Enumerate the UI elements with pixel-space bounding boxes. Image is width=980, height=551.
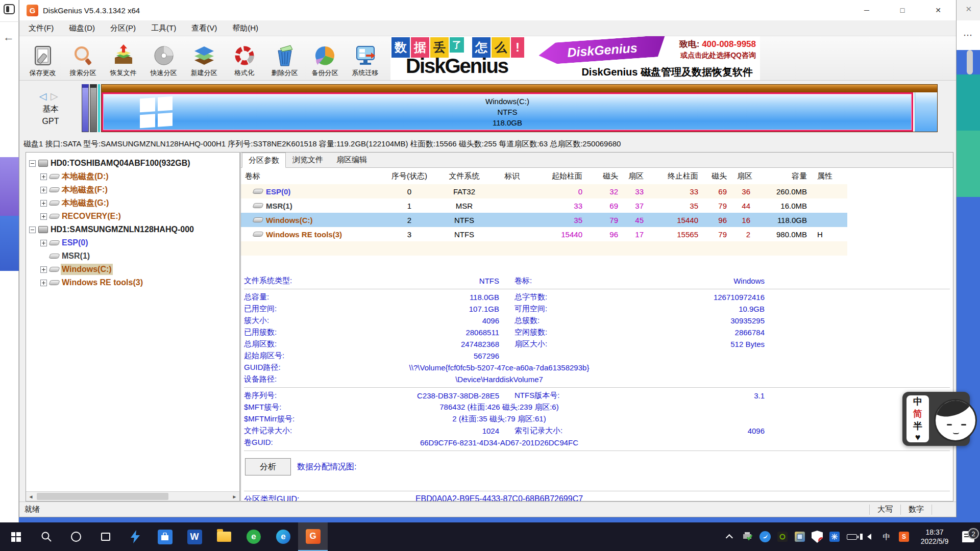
minimize-button[interactable]: ─ (849, 0, 885, 20)
taskbar-diskgenius-active[interactable]: G (298, 522, 328, 551)
whole-disk-band[interactable] (102, 85, 937, 92)
save-changes-button[interactable]: 保存更改 (22, 37, 63, 80)
pinned-app-edge[interactable]: e (268, 522, 298, 551)
close-button[interactable]: ✕ (920, 0, 956, 20)
qq-link[interactable]: 或点击此处选择QQ咨询 (679, 51, 756, 60)
expand-icon[interactable] (40, 200, 47, 207)
tab-partition-params[interactable]: 分区参数 (242, 153, 286, 168)
background-close-icon[interactable]: ✕ (965, 5, 972, 14)
taskbar-clock[interactable]: 18:37 2022/5/9 (913, 528, 957, 546)
free-space-strip (98, 84, 100, 132)
tab-sector-edit[interactable]: 扇区编辑 (330, 153, 374, 167)
tree-item-windows-c[interactable]: Windows(C:) (26, 263, 239, 276)
tree-item-recovery-e[interactable]: RECOVERY(E:) (26, 210, 239, 223)
tree-item-hd1[interactable]: HD1:SAMSUNGMZNLN128HAHQ-000 (26, 223, 239, 236)
menu-view[interactable]: 查看(V) (191, 23, 217, 33)
cortana-button[interactable] (61, 522, 91, 551)
system-migrate-button[interactable]: 系统迁移 (345, 37, 385, 80)
esp-partition-sliver[interactable] (82, 84, 89, 132)
tree-item-msr[interactable]: MSR(1) (26, 249, 239, 263)
table-row-windows-c[interactable]: Windows(C:) 2 NTFS 35 79 45 15440 96 16 … (241, 213, 847, 227)
pinned-app-explorer[interactable] (209, 522, 239, 551)
ime-simplified-indicator: 简 (913, 408, 922, 420)
spark-icon (129, 530, 141, 543)
pinned-app-browser-360[interactable]: e (239, 522, 268, 551)
scrollbar-thumb[interactable] (37, 493, 168, 500)
ime-status-badge[interactable]: 中 简 半 ♥ (906, 395, 929, 442)
tab-browse-files[interactable]: 浏览文件 (286, 153, 330, 167)
menu-partition[interactable]: 分区(P) (110, 23, 136, 33)
menu-tools[interactable]: 工具(T) (151, 23, 176, 33)
menu-help[interactable]: 帮助(H) (232, 23, 258, 33)
tree-item-windows-re[interactable]: Windows RE tools(3) (26, 276, 239, 289)
ime-language-indicator[interactable]: 中 (878, 532, 895, 542)
table-row-msr[interactable]: MSR(1) 1 MSR 33 69 37 35 79 44 16.0MB (241, 198, 847, 213)
background-scrollbar[interactable] (967, 50, 973, 74)
maximize-button[interactable]: □ (885, 0, 920, 20)
tree-item-esp[interactable]: ESP(0) (26, 236, 239, 249)
expand-icon[interactable] (40, 266, 47, 273)
back-arrow-icon[interactable]: ← (3, 31, 14, 44)
battery-tray-icon[interactable] (843, 534, 861, 540)
prev-disk-arrow[interactable]: ◁ (39, 91, 51, 102)
expand-icon[interactable] (40, 173, 47, 180)
collapse-icon[interactable] (29, 227, 36, 233)
defender-tray-icon[interactable] (808, 531, 826, 543)
pinned-app-word[interactable]: W (180, 522, 209, 551)
recover-files-button[interactable]: 恢复文件 (103, 37, 143, 80)
word-icon: W (187, 530, 202, 544)
more-menu-icon[interactable]: ⋯ (963, 30, 973, 41)
speaker-icon (867, 534, 871, 540)
tray-expand-chevron[interactable] (722, 534, 739, 539)
windows-c-partition-block[interactable]: Windows(C:) NTFS 118.0GB (102, 92, 913, 132)
format-button[interactable]: 格式化 (224, 37, 264, 80)
ad-banner[interactable]: 数 据 丢 了 怎 么 ! DiskGenius DiskGenius 致电: … (390, 36, 760, 80)
expand-icon[interactable] (40, 240, 47, 246)
next-disk-arrow[interactable]: ▷ (51, 91, 62, 102)
pinned-app-spark[interactable] (120, 522, 150, 551)
tree-horizontal-scrollbar[interactable]: ◄ ► (26, 491, 239, 501)
start-button[interactable] (0, 522, 32, 551)
backup-partition-button[interactable]: 备份分区 (305, 37, 345, 80)
intel-graphics-tray-icon[interactable] (791, 532, 808, 542)
partition-icon (48, 214, 60, 219)
collapse-icon[interactable] (29, 160, 36, 167)
partition-icon (252, 232, 263, 237)
table-row-windows-re[interactable]: Windows RE tools(3) 3 NTFS 15440 96 17 1… (241, 227, 847, 241)
tree-item-local-d[interactable]: 本地磁盘(D:) (26, 170, 239, 183)
tree-item-local-f[interactable]: 本地磁盘(F:) (26, 183, 239, 196)
action-center-button[interactable]: 2 (957, 531, 980, 542)
ime-floating-widget[interactable]: 中 简 半 ♥ (902, 392, 970, 446)
new-partition-button[interactable]: 新建分区 (184, 37, 224, 80)
shield-icon (812, 531, 823, 543)
scroll-right-icon[interactable]: ► (230, 492, 239, 501)
windows-re-partition-block[interactable] (915, 92, 937, 132)
bird-app-tray-icon[interactable] (756, 531, 774, 542)
search-partition-button[interactable]: 搜索分区 (63, 37, 103, 80)
tree-item-local-g[interactable]: 本地磁盘(G:) (26, 196, 239, 210)
nvidia-tray-icon[interactable] (774, 532, 791, 542)
quick-partition-button[interactable]: 快速分区 (143, 37, 184, 80)
scroll-left-icon[interactable]: ◄ (26, 492, 36, 501)
delete-partition-button[interactable]: 删除分区 (264, 37, 305, 80)
expand-icon[interactable] (40, 187, 47, 193)
expand-icon[interactable] (40, 213, 47, 220)
table-row-esp[interactable]: ESP(0) 0 FAT32 0 32 33 33 69 36 260.0MB (241, 184, 847, 198)
disk-icon (38, 160, 48, 167)
snowflake-app-tray-icon[interactable] (826, 532, 843, 542)
caps-lock-indicator: 大写 (870, 505, 900, 514)
sogou-tray-icon[interactable]: S (895, 532, 913, 542)
expand-icon[interactable] (40, 280, 47, 286)
table-header: 卷标 序号(状态) 文件系统 标识 起始柱面 磁头 扇区 终止柱面 磁头 扇区 … (241, 168, 847, 184)
task-view-button[interactable] (91, 522, 120, 551)
printer-tray-icon[interactable] (739, 532, 756, 542)
tree-item-hd0[interactable]: HD0:TOSHIBAMQ04ABF100(932GB) (26, 157, 239, 170)
taskbar-search-button[interactable] (32, 522, 61, 551)
msr-partition-sliver[interactable] (90, 84, 97, 132)
menu-file[interactable]: 文件(F) (29, 23, 54, 33)
tab-bar: 分区参数 浏览文件 扇区编辑 (241, 153, 953, 168)
menu-disk[interactable]: 磁盘(D) (69, 23, 95, 33)
analyze-button[interactable]: 分析 (245, 458, 291, 475)
volume-tray-icon[interactable] (861, 534, 878, 540)
pinned-app-store[interactable] (150, 522, 180, 551)
